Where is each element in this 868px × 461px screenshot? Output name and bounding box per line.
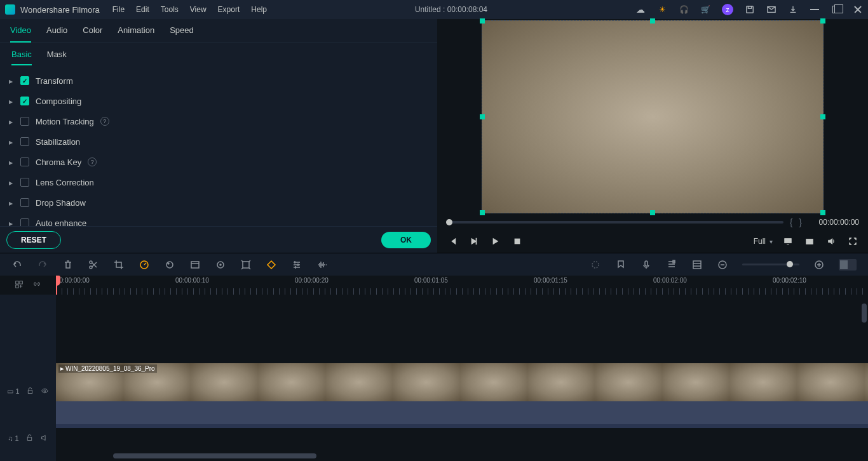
snapshot-icon[interactable] [803,235,816,248]
lock-icon[interactable] [26,387,34,396]
scrub-thumb[interactable] [446,219,452,225]
handle-bm[interactable] [650,210,655,215]
render-icon[interactable] [590,259,601,271]
tab-audio[interactable]: Audio [46,25,67,43]
prop-checkbox[interactable] [20,178,29,187]
expand-caret[interactable] [9,117,14,126]
help-icon[interactable]: ? [88,157,97,166]
preview-canvas[interactable] [441,19,864,215]
timeline-ruler[interactable]: 00:00:00:0000:00:00:1000:00:00:2000:00:0… [56,276,868,295]
audio-wave-icon[interactable] [316,259,328,271]
redo-icon[interactable] [37,259,48,271]
prop-checkbox[interactable] [20,117,29,126]
record-icon[interactable] [641,259,652,271]
expand-caret[interactable] [9,198,14,207]
handle-tm[interactable] [650,18,655,23]
tab-video[interactable]: Video [10,25,31,43]
tab-color[interactable]: Color [83,25,102,43]
menu-tools[interactable]: Tools [161,5,179,14]
keyframe-icon[interactable] [266,259,277,271]
expand-caret[interactable] [9,157,14,166]
subtab-mask[interactable]: Mask [47,50,67,65]
zoom-out-icon[interactable] [717,259,728,271]
maximize-button[interactable] [831,4,841,15]
close-button[interactable] [853,4,863,15]
handle-mr[interactable] [820,114,825,119]
theme-icon[interactable] [657,4,667,15]
expand-caret[interactable] [9,137,14,146]
marker-icon[interactable] [615,259,627,271]
green-screen-icon[interactable] [189,259,201,271]
avatar[interactable]: z [722,4,733,15]
speaker-icon[interactable] [40,434,48,443]
prop-checkbox[interactable] [20,218,29,226]
reset-button[interactable]: RESET [6,231,61,249]
prop-checkbox[interactable] [20,137,29,146]
expand-caret[interactable] [9,97,14,105]
tab-animation[interactable]: Animation [118,25,154,43]
timeline-vscroll[interactable] [862,304,867,323]
display-icon[interactable] [782,235,794,248]
cart-icon[interactable] [700,4,710,15]
undo-icon[interactable] [11,259,23,271]
play-pause-icon[interactable] [468,235,480,248]
mixer-icon[interactable] [666,259,677,271]
timeline-view-toggle[interactable] [839,259,857,271]
zoom-thumb[interactable] [787,261,793,267]
play-icon[interactable] [489,235,502,248]
prop-checkbox[interactable] [20,157,29,166]
handle-br[interactable] [820,210,825,215]
playhead[interactable] [56,276,57,295]
track-manage-icon[interactable] [691,259,703,271]
mark-in-icon[interactable]: { [790,217,793,227]
crop-icon[interactable] [113,259,125,271]
prev-frame-icon[interactable] [446,235,459,248]
split-icon[interactable] [88,259,99,271]
menu-help[interactable]: Help [251,5,267,14]
stop-icon[interactable] [511,235,524,248]
expand-caret[interactable] [9,76,14,85]
zoom-slider[interactable] [742,264,799,265]
timeline-hscroll[interactable] [113,453,316,458]
detect-icon[interactable] [240,259,252,271]
handle-tl[interactable] [480,18,485,23]
canvas-selection[interactable] [482,20,824,213]
mark-out-icon[interactable]: } [799,217,802,227]
handle-bl[interactable] [480,210,485,215]
prop-checkbox[interactable] [20,97,29,105]
save-icon[interactable] [745,4,755,15]
menu-file[interactable]: File [112,5,125,14]
volume-icon[interactable] [825,235,837,248]
tab-speed[interactable]: Speed [170,25,194,43]
minimize-button[interactable] [810,4,820,15]
eye-icon[interactable] [41,387,49,396]
link-icon[interactable] [32,280,41,291]
download-icon[interactable] [788,4,798,15]
ok-button[interactable]: OK [381,232,431,248]
audio-strip[interactable] [56,401,868,424]
prop-checkbox[interactable] [20,76,29,85]
menu-export[interactable]: Export [218,5,240,14]
support-icon[interactable] [679,4,689,15]
expand-caret[interactable] [9,218,14,226]
mail-icon[interactable] [766,4,776,15]
scrub-track[interactable] [446,221,783,224]
lock-icon[interactable] [25,434,34,443]
delete-icon[interactable] [62,259,74,271]
zoom-in-icon[interactable] [813,259,825,271]
adjust-icon[interactable] [291,259,302,271]
subtab-basic[interactable]: Basic [11,50,32,65]
color-icon[interactable] [164,259,175,271]
handle-ml[interactable] [480,114,485,119]
speed-icon[interactable] [139,259,150,271]
quality-select[interactable]: Full [754,237,773,246]
help-icon[interactable]: ? [100,117,109,126]
video-clip[interactable]: WIN_20220805_19_08_36_Pro [56,363,868,401]
menu-edit[interactable]: Edit [136,5,149,14]
cloud-icon[interactable] [635,4,646,15]
motion-icon[interactable] [215,259,226,271]
expand-caret[interactable] [9,178,14,187]
track-area[interactable]: WIN_20220805_19_08_36_Pro [56,295,868,461]
add-track-icon[interactable] [15,280,24,291]
menu-view[interactable]: View [190,5,207,14]
